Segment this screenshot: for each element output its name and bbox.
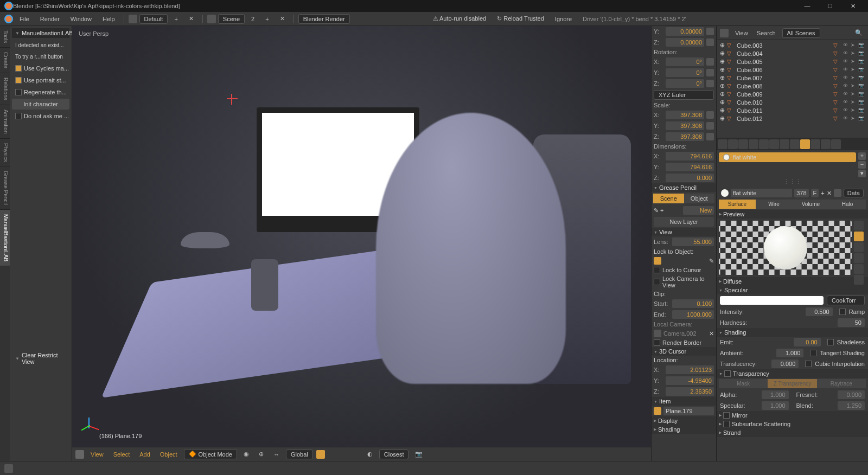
- world-tab-icon[interactable]: [749, 139, 758, 149]
- outliner-item[interactable]: ⊕▽Cube.005▽👁➤📷: [718, 57, 867, 66]
- alpha-field[interactable]: 1.000: [762, 390, 789, 399]
- object-icon[interactable]: [654, 257, 661, 265]
- object-tab-icon[interactable]: [759, 139, 769, 149]
- outliner-item[interactable]: ⊕▽Cube.004▽👁➤📷: [718, 49, 867, 57]
- display-section[interactable]: Display: [652, 416, 716, 425]
- add-layout-button[interactable]: +: [170, 14, 182, 24]
- close-button[interactable]: ✕: [842, 0, 864, 12]
- delete-layout-button[interactable]: ✕: [184, 14, 198, 24]
- window-menu[interactable]: Window: [66, 14, 96, 24]
- preview-sphere-icon[interactable]: [854, 232, 864, 241]
- mirror-section[interactable]: Mirror: [717, 411, 868, 420]
- scene-dropdown[interactable]: Scene: [218, 14, 245, 24]
- outliner-tree[interactable]: ⊕▽Cube.003▽👁➤📷 ⊕▽Cube.004▽👁➤📷 ⊕▽Cube.005…: [717, 40, 868, 138]
- editor-type-icon[interactable]: [75, 450, 84, 459]
- shadeless-checkbox[interactable]: [827, 339, 834, 345]
- add-slot-button[interactable]: +: [858, 152, 866, 160]
- specular-section[interactable]: Specular: [717, 286, 868, 294]
- add-menu[interactable]: Add: [136, 450, 154, 459]
- hardness-field[interactable]: 50: [838, 318, 865, 327]
- pivot-icon[interactable]: ⊕: [256, 449, 267, 459]
- ambient-field[interactable]: 1.000: [776, 349, 803, 357]
- transparency-section[interactable]: Transparency: [717, 369, 868, 378]
- scale-y-field[interactable]: 397.308: [666, 121, 704, 130]
- material-tab-icon[interactable]: [800, 139, 810, 149]
- material-preview-dot[interactable]: [721, 189, 729, 197]
- cursor-x-field[interactable]: 2.01123: [666, 365, 714, 374]
- outliner-item[interactable]: ⊕▽Cube.011▽👁➤📷: [718, 106, 867, 114]
- tangent-checkbox[interactable]: [810, 350, 816, 356]
- sss-section[interactable]: Subsurface Scattering: [717, 420, 868, 428]
- scene-tab-icon[interactable]: [738, 139, 748, 149]
- clip-start-field[interactable]: 0.100: [672, 299, 714, 308]
- add-scene-button[interactable]: +: [261, 14, 273, 24]
- lock-cursor-checkbox[interactable]: Lock to Cursor: [662, 267, 701, 273]
- manipulator-icon[interactable]: ↔: [270, 450, 283, 459]
- tab-tools[interactable]: Tools: [0, 26, 10, 48]
- snap-dropdown[interactable]: Closest: [379, 450, 409, 459]
- file-menu[interactable]: File: [15, 14, 34, 24]
- search-icon[interactable]: 🔍: [853, 28, 865, 37]
- dim-z-field[interactable]: 0.000: [666, 174, 714, 182]
- shading-section[interactable]: Shading: [652, 425, 716, 434]
- intensity-field[interactable]: 0.500: [806, 307, 833, 316]
- lock-icon[interactable]: [706, 69, 714, 76]
- mode-dropdown[interactable]: 🔶 Object Mode: [184, 449, 237, 459]
- halo-tab[interactable]: Halo: [829, 200, 866, 209]
- scale-z-field[interactable]: 397.308: [666, 132, 704, 141]
- clip-end-field[interactable]: 1000.000: [672, 310, 714, 319]
- scene-icon[interactable]: [207, 15, 216, 23]
- eyedropper-icon[interactable]: ✎: [709, 258, 714, 265]
- surface-tab[interactable]: Surface: [719, 200, 756, 209]
- camera-icon[interactable]: [654, 330, 661, 337]
- lock-icon[interactable]: [706, 80, 714, 87]
- physics-tab-icon[interactable]: [831, 139, 841, 149]
- scene-users[interactable]: 2: [247, 14, 259, 24]
- delete-scene-button[interactable]: ✕: [276, 14, 289, 24]
- regenerate-checkbox[interactable]: Regenerate th...: [12, 87, 69, 98]
- material-slot[interactable]: flat white: [719, 152, 856, 162]
- blender-logo-icon[interactable]: [4, 15, 13, 23]
- outliner-item[interactable]: ⊕▽Cube.009▽👁➤📷: [718, 90, 867, 98]
- strand-section[interactable]: Strand: [717, 428, 868, 437]
- editor-type-icon[interactable]: [720, 29, 729, 37]
- cursor-y-field[interactable]: -4.98400: [666, 376, 714, 385]
- material-users[interactable]: 378: [794, 189, 808, 197]
- rot-y-field[interactable]: 0°: [666, 68, 704, 77]
- panel-header-mblab[interactable]: ManuelbastioniLAB: [12, 28, 69, 38]
- rotation-mode-dropdown[interactable]: XYZ Euler: [654, 90, 714, 100]
- help-menu[interactable]: Help: [98, 14, 119, 24]
- render-engine-dropdown[interactable]: Blender Render: [298, 14, 350, 24]
- specular-color[interactable]: [720, 296, 824, 305]
- render-border-checkbox[interactable]: Render Border: [662, 339, 701, 346]
- 3d-cursor-section[interactable]: 3D Cursor: [652, 347, 716, 356]
- proportional-icon[interactable]: ◐: [364, 449, 376, 459]
- outliner-item[interactable]: ⊕▽Cube.008▽👁➤📷: [718, 82, 867, 90]
- gp-object-tab[interactable]: Object: [684, 194, 715, 203]
- constraints-tab-icon[interactable]: [769, 139, 779, 149]
- tab-grease-pencil[interactable]: Grease Pencil: [0, 166, 10, 210]
- use-portrait-checkbox[interactable]: Use portrait st...: [12, 75, 69, 86]
- preview-cube-icon[interactable]: [854, 242, 864, 252]
- unlink-material-button[interactable]: ✕: [827, 190, 832, 197]
- preview-monkey-icon[interactable]: [854, 253, 864, 263]
- tab-manuelbastionilab[interactable]: ManuelBastioniLAB: [0, 210, 10, 266]
- raytrace-tab[interactable]: Raytrace: [817, 379, 866, 388]
- ignore-button[interactable]: Ignore: [551, 14, 576, 24]
- screen-layout-icon[interactable]: [129, 15, 137, 23]
- camera-name[interactable]: Camera.002: [663, 330, 707, 337]
- use-cycles-checkbox[interactable]: Use Cycles ma...: [12, 63, 69, 74]
- render-menu[interactable]: Render: [36, 14, 64, 24]
- lens-field[interactable]: 55.000: [672, 238, 714, 246]
- tab-physics[interactable]: Physics: [0, 139, 10, 166]
- outliner-item[interactable]: ⊕▽Cube.006▽👁➤📷: [718, 66, 867, 74]
- orientation-dropdown[interactable]: Global: [286, 450, 313, 459]
- lock-icon[interactable]: [706, 28, 714, 35]
- tab-create[interactable]: Create: [0, 48, 10, 73]
- preview-section[interactable]: Preview: [717, 210, 868, 219]
- fresnel-field[interactable]: 0.000: [838, 390, 865, 399]
- minimize-button[interactable]: —: [796, 0, 818, 12]
- cubic-checkbox[interactable]: [805, 361, 812, 367]
- layers-icon[interactable]: [316, 450, 325, 459]
- view-menu[interactable]: View: [87, 450, 107, 459]
